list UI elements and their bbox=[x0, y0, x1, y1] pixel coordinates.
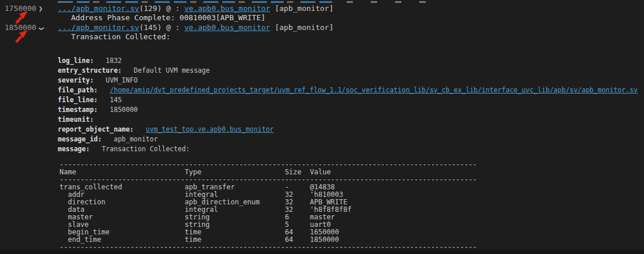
line-ref: (129) @ : bbox=[139, 4, 184, 13]
detail-value: apb_monitor bbox=[114, 135, 158, 143]
detail-row-message_id: message_id: apb_monitor bbox=[58, 135, 638, 144]
detail-value-link[interactable]: uvm_test_top.ve.apb0.bus_monitor bbox=[146, 125, 274, 133]
detail-value: 145 bbox=[110, 96, 122, 104]
detail-value: Default UVM message bbox=[134, 66, 210, 74]
log-entry-details-panel: log_line: 1832entry_structure: Default U… bbox=[58, 56, 638, 154]
detail-row-file_path: file_path: /home/amiq/dvt_predefined_pro… bbox=[58, 85, 638, 95]
detail-label: report_object_name: bbox=[58, 125, 134, 133]
detail-label: file_line: bbox=[58, 96, 98, 104]
detail-label: message_id: bbox=[58, 135, 102, 143]
detail-row-timeunit: timeunit: bbox=[58, 115, 638, 125]
detail-row-entry_structure: entry_structure: Default UVM message bbox=[58, 66, 638, 76]
detail-value: 1832 bbox=[106, 57, 122, 65]
log-entry-2-message: Transaction Collected: bbox=[71, 32, 170, 41]
detail-row-severity: severity: UVM_INFO bbox=[58, 76, 638, 85]
detail-row-message: message: Transaction Collected: bbox=[58, 144, 638, 154]
detail-value-link[interactable]: /home/amiq/dvt_predefined_projects_targe… bbox=[110, 86, 638, 94]
object-link[interactable]: ve.apb0.bus_monitor bbox=[184, 4, 270, 13]
log-entry-2-header: .../apb_monitor.sv(145) @ : ve.apb0.bus_… bbox=[58, 23, 333, 32]
red-annotation-arrow-icon bbox=[14, 29, 29, 43]
detail-value: UVM_INFO bbox=[106, 76, 137, 84]
detail-label: message: bbox=[58, 145, 90, 153]
clipped-log-line-fragment bbox=[58, 1, 334, 3]
expand-chevron-icon[interactable]: ❯ bbox=[39, 5, 43, 13]
detail-label: severity: bbox=[58, 76, 94, 84]
transaction-table: ----------------------------------------… bbox=[59, 161, 477, 251]
line-ref: (145) @ : bbox=[139, 23, 184, 32]
panel-bottom-edge bbox=[0, 250, 644, 254]
detail-label: file_path: bbox=[58, 86, 98, 94]
red-annotation-arrow-icon bbox=[14, 10, 29, 24]
message-id-tag: [apb_monitor] bbox=[270, 23, 334, 32]
detail-row-file_line: file_line: 145 bbox=[58, 95, 638, 105]
collapse-chevron-icon[interactable]: ❯ bbox=[37, 27, 46, 31]
detail-value: 1850000 bbox=[110, 106, 137, 114]
detail-label: log_line: bbox=[58, 57, 94, 65]
detail-label: timestamp: bbox=[58, 106, 98, 114]
detail-label: timeunit: bbox=[58, 115, 94, 124]
message-id-tag: [apb_monitor] bbox=[270, 4, 334, 13]
log-entry-1-header: .../apb_monitor.sv(129) @ : ve.apb0.bus_… bbox=[58, 4, 333, 13]
detail-row-timestamp: timestamp: 1850000 bbox=[58, 105, 638, 115]
detail-row-log_line: log_line: 1832 bbox=[58, 56, 638, 66]
clipped-log-line-fragment bbox=[347, 1, 439, 3]
log-entry-1-message: Address Phase Complete: 00810003[APB_WRI… bbox=[71, 13, 266, 22]
file-link[interactable]: .../apb_monitor.sv bbox=[58, 4, 139, 13]
file-link[interactable]: .../apb_monitor.sv bbox=[58, 23, 139, 32]
detail-value: Transaction Collected: bbox=[102, 145, 189, 153]
object-link[interactable]: ve.apb0.bus_monitor bbox=[184, 23, 270, 32]
detail-label: entry_structure: bbox=[58, 66, 122, 74]
detail-row-report_object_name: report_object_name: uvm_test_top.ve.apb0… bbox=[58, 125, 638, 135]
